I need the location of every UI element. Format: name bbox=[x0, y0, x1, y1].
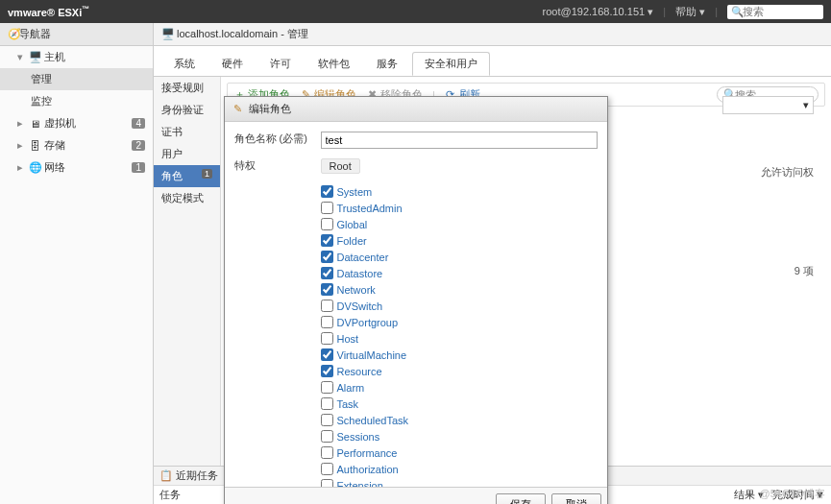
privilege-item[interactable]: System bbox=[321, 183, 598, 200]
privilege-item[interactable]: VirtualMachine bbox=[321, 347, 598, 363]
privilege-name: Extension bbox=[337, 480, 383, 488]
privilege-name: Alarm bbox=[337, 382, 365, 394]
privilege-item[interactable]: Authorization bbox=[321, 461, 598, 477]
privilege-checkbox[interactable] bbox=[321, 332, 333, 345]
access-column-header: 允许访问权 bbox=[761, 165, 814, 180]
privilege-checkbox[interactable] bbox=[321, 218, 333, 230]
tab-security[interactable]: 安全和用户 bbox=[412, 52, 490, 76]
tab-license[interactable]: 许可 bbox=[257, 52, 304, 76]
privilege-name: Folder bbox=[337, 235, 367, 247]
help-menu[interactable]: 帮助 ▾ bbox=[675, 5, 705, 19]
global-search-input[interactable] bbox=[743, 6, 810, 17]
subnav-auth[interactable]: 身份验证 bbox=[154, 99, 220, 121]
privilege-item[interactable]: Datacenter bbox=[321, 249, 598, 265]
privilege-checkbox[interactable] bbox=[321, 267, 333, 279]
tab-services[interactable]: 服务 bbox=[364, 52, 410, 76]
nav-manage[interactable]: 管理 bbox=[0, 68, 153, 90]
subnav-users[interactable]: 用户 bbox=[154, 143, 220, 165]
tab-hardware[interactable]: 硬件 bbox=[209, 52, 256, 76]
vm-icon: 🖥 bbox=[29, 118, 40, 130]
col-complete[interactable]: 完成时间 bbox=[772, 489, 815, 500]
privilege-item[interactable]: Global bbox=[321, 216, 598, 232]
privilege-root-crumb[interactable]: Root bbox=[321, 158, 360, 174]
privilege-item[interactable]: ScheduledTask bbox=[321, 412, 598, 428]
privilege-checkbox[interactable] bbox=[321, 381, 333, 394]
subnav-cert[interactable]: 证书 bbox=[154, 121, 220, 143]
cancel-button[interactable]: 取消 bbox=[551, 493, 601, 504]
navigator-header: 🧭 导航器 bbox=[0, 23, 153, 46]
privilege-checkbox[interactable] bbox=[321, 251, 333, 263]
logo: vmware® ESXi™ bbox=[8, 5, 89, 19]
privilege-name: VirtualMachine bbox=[337, 349, 407, 361]
tab-system[interactable]: 系统 bbox=[161, 52, 208, 76]
privilege-checkbox[interactable] bbox=[321, 316, 333, 328]
privilege-item[interactable]: Host bbox=[321, 330, 598, 347]
privilege-checkbox[interactable] bbox=[321, 202, 333, 214]
privilege-item[interactable]: Task bbox=[321, 396, 598, 412]
save-button[interactable]: 保存 bbox=[496, 493, 546, 504]
privilege-checkbox[interactable] bbox=[321, 397, 333, 410]
privilege-name: Resource bbox=[337, 366, 382, 377]
privilege-checkbox[interactable] bbox=[321, 414, 333, 426]
nav-storage[interactable]: ▸🗄 存储2 bbox=[0, 134, 153, 156]
privilege-checkbox[interactable] bbox=[321, 479, 333, 487]
privilege-item[interactable]: Extension bbox=[321, 477, 598, 487]
privilege-checkbox[interactable] bbox=[321, 185, 333, 198]
search-icon: 🔍 bbox=[731, 6, 743, 18]
privilege-item[interactable]: Folder bbox=[321, 232, 598, 249]
privilege-name: Datastore bbox=[337, 268, 383, 279]
top-bar: vmware® ESXi™ root@192.168.10.151 ▾ | 帮助… bbox=[0, 0, 831, 23]
privilege-checkbox[interactable] bbox=[321, 300, 333, 312]
subnav-rules[interactable]: 接受规则 bbox=[154, 77, 220, 99]
role-name-input[interactable] bbox=[321, 132, 598, 149]
privilege-checkbox[interactable] bbox=[321, 463, 333, 475]
global-search[interactable]: 🔍 bbox=[727, 5, 823, 19]
chevron-down-icon: ▾ bbox=[803, 99, 809, 111]
tab-packages[interactable]: 软件包 bbox=[306, 52, 362, 76]
col-result[interactable]: 结果 bbox=[734, 489, 755, 500]
privilege-checkbox[interactable] bbox=[321, 446, 333, 459]
privilege-name: Global bbox=[337, 219, 368, 230]
privilege-item[interactable]: Resource bbox=[321, 363, 598, 379]
privilege-checkbox[interactable] bbox=[321, 234, 333, 247]
navigator-title: 导航器 bbox=[19, 27, 51, 41]
privilege-item[interactable]: Sessions bbox=[321, 428, 598, 444]
privilege-name: Network bbox=[337, 284, 376, 296]
dialog-title-bar: ✎ 编辑角色 bbox=[225, 97, 607, 122]
user-menu[interactable]: root@192.168.10.151 ▾ bbox=[543, 6, 654, 18]
subnav-lockdown[interactable]: 锁定模式 bbox=[154, 187, 220, 209]
network-icon: 🌐 bbox=[29, 161, 40, 174]
privilege-item[interactable]: Performance bbox=[321, 444, 598, 461]
privilege-item[interactable]: Datastore bbox=[321, 265, 598, 281]
edit-role-dialog: ✎ 编辑角色 角色名称 (必需) 特权 Root SystemTrustedAd… bbox=[224, 96, 608, 504]
privilege-name: Host bbox=[337, 333, 359, 345]
host-icon-small: 🖥️ bbox=[161, 28, 173, 40]
sub-nav: 接受规则 身份验证 证书 用户 角色1 锁定模式 bbox=[154, 77, 221, 466]
privilege-checkbox[interactable] bbox=[321, 430, 333, 443]
privilege-checkbox[interactable] bbox=[321, 283, 333, 296]
storage-icon: 🗄 bbox=[29, 140, 40, 152]
privilege-name: Authorization bbox=[337, 464, 399, 475]
nav-vm[interactable]: ▸🖥 虚拟机4 bbox=[0, 112, 153, 134]
privilege-checkbox[interactable] bbox=[321, 365, 333, 377]
network-count-badge: 1 bbox=[132, 162, 145, 173]
privilege-name: TrustedAdmin bbox=[337, 203, 403, 214]
caret-icon: ▾ bbox=[17, 51, 25, 63]
privilege-item[interactable]: DVPortgroup bbox=[321, 314, 598, 330]
nav-monitor[interactable]: 监控 bbox=[0, 90, 153, 112]
navigator-icon: 🧭 bbox=[8, 28, 19, 40]
roles-badge: 1 bbox=[202, 169, 212, 179]
filter-dropdown[interactable]: ▾ bbox=[722, 96, 814, 114]
privilege-name: Task bbox=[337, 398, 359, 410]
nav-host[interactable]: ▾ 🖥️ 主机 bbox=[0, 46, 153, 68]
privilege-item[interactable]: TrustedAdmin bbox=[321, 200, 598, 216]
privilege-item[interactable]: DVSwitch bbox=[321, 298, 598, 314]
col-task: 任务 bbox=[159, 488, 181, 502]
subnav-roles[interactable]: 角色1 bbox=[154, 165, 220, 187]
nav-network[interactable]: ▸🌐 网络1 bbox=[0, 156, 153, 179]
privilege-item[interactable]: Alarm bbox=[321, 379, 598, 396]
privilege-item[interactable]: Network bbox=[321, 281, 598, 298]
privilege-name: DVSwitch bbox=[337, 300, 383, 312]
host-icon: 🖥️ bbox=[29, 51, 40, 63]
privilege-checkbox[interactable] bbox=[321, 348, 333, 361]
